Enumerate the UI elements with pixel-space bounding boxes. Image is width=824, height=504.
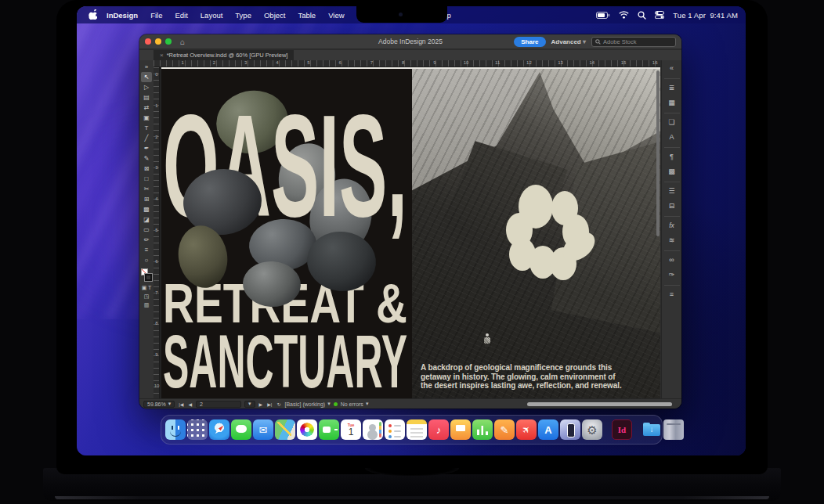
document-canvas[interactable]: OASIS, RETREAT & SANCTUARY <box>160 67 660 398</box>
text-wrap-panel-icon[interactable]: ≡ <box>664 285 680 301</box>
stroke-panel-icon[interactable]: ✑ <box>664 268 680 281</box>
dock-messages-icon[interactable] <box>231 419 251 440</box>
dock-keynote-icon[interactable] <box>450 419 471 440</box>
adobe-stock-search[interactable]: Adobe Stock <box>591 37 676 47</box>
dock-settings-icon[interactable]: ⚙ <box>582 419 602 440</box>
dock-safari-icon[interactable] <box>209 419 229 440</box>
vruler-tick-5: 5 <box>154 228 160 232</box>
menu-indesign[interactable]: InDesign <box>100 11 144 20</box>
dock-calendar-icon[interactable]: Tue1 <box>341 419 361 440</box>
dock-iphone-icon[interactable] <box>560 419 580 440</box>
document-tab[interactable]: × *Retreat Overview.indd @ 60% [GPU Prev… <box>154 50 294 60</box>
stroke-swatch[interactable] <box>145 274 152 281</box>
eyedropper-tool-icon[interactable]: ✏ <box>141 235 152 245</box>
dock-launchpad-icon[interactable] <box>187 419 208 440</box>
zoom-window-button[interactable] <box>165 38 172 45</box>
character-panel-icon[interactable]: A <box>664 131 680 143</box>
previous-page-button[interactable]: ◀ <box>187 401 193 407</box>
battery-icon[interactable] <box>596 12 610 19</box>
window-titlebar[interactable]: ⌂ Adobe InDesign 2025 Share Advanced ▾ A… <box>139 34 681 49</box>
vertical-scrollbar[interactable] <box>656 70 660 236</box>
dock-appstore-icon[interactable]: A <box>538 419 558 440</box>
screen-mode-icon[interactable]: ▥ <box>141 301 152 309</box>
dock-numbers-icon[interactable] <box>472 419 493 440</box>
dock-photos-icon[interactable] <box>297 419 317 440</box>
menu-view[interactable]: View <box>322 11 350 20</box>
minimize-window-button[interactable] <box>155 38 161 45</box>
menu-edit[interactable]: Edit <box>168 11 193 20</box>
layers-panel-icon[interactable]: ≋ <box>664 234 680 247</box>
hand-tool-icon[interactable]: ≡ <box>141 245 152 255</box>
fill-stroke-swatches[interactable] <box>141 268 152 281</box>
preflight-profile[interactable]: [Basic] (working) ▾ <box>284 401 330 407</box>
pencil-tool-icon[interactable]: ✎ <box>141 153 152 164</box>
collapse-tools-icon[interactable]: » <box>141 62 152 72</box>
close-window-button[interactable] <box>145 38 151 45</box>
last-page-button[interactable]: ▶| <box>266 401 273 407</box>
rotate-spread-icon[interactable]: ↻ <box>276 401 281 407</box>
effects-panel-icon[interactable]: fx <box>664 216 680 232</box>
note-tool-icon[interactable]: ▭ <box>141 225 152 235</box>
menu-object[interactable]: Object <box>258 11 291 20</box>
collapse-panels-icon[interactable]: « <box>664 62 680 74</box>
home-icon[interactable]: ⌂ <box>180 38 185 46</box>
paragraph-styles-panel-icon[interactable]: ¶ <box>664 147 680 163</box>
dock-mail-icon[interactable]: ✉ <box>253 419 273 440</box>
properties-panel-icon[interactable]: ≣ <box>664 78 680 94</box>
swatches-panel-icon[interactable]: ▩ <box>664 165 680 178</box>
search-icon[interactable] <box>638 11 646 20</box>
dock-music-icon[interactable]: ♪ <box>428 419 449 440</box>
rectangle-tool-icon[interactable]: □ <box>141 174 152 184</box>
menu-bar-clock[interactable]: Tue 1 Apr 9:41 AM <box>673 11 738 20</box>
dock-pages-icon[interactable]: ✎ <box>494 419 515 440</box>
menu-type[interactable]: Type <box>229 11 258 20</box>
gap-tool-icon[interactable]: ⇄ <box>141 103 152 113</box>
share-button[interactable]: Share <box>514 37 545 47</box>
paragraph-panel-icon[interactable]: ☰ <box>664 182 680 197</box>
gradient-tool-icon[interactable]: ▩ <box>141 204 152 214</box>
dock-indesign-icon[interactable]: Id <box>612 419 632 440</box>
formatting-container-icon[interactable]: ▣ T <box>141 283 152 292</box>
page-tool-icon[interactable]: ▤ <box>141 92 152 103</box>
dock-rocket-icon[interactable]: ✈ <box>516 419 537 440</box>
menu-table[interactable]: Table <box>291 11 322 20</box>
dock-finder-icon[interactable] <box>165 419 186 440</box>
dock-maps-icon[interactable] <box>275 419 295 440</box>
menu-layout[interactable]: Layout <box>194 11 229 20</box>
control-center-icon[interactable] <box>655 11 664 19</box>
align-panel-icon[interactable]: ⊟ <box>664 200 680 212</box>
links-panel-icon[interactable]: ∞ <box>664 250 680 266</box>
close-tab-icon[interactable]: × <box>160 52 164 59</box>
dock-contacts-icon[interactable] <box>363 419 383 440</box>
line-tool-icon[interactable]: ╱ <box>141 133 152 143</box>
pages-panel-icon[interactable]: ❏ <box>664 113 680 128</box>
menu-file[interactable]: File <box>144 11 168 20</box>
scissors-tool-icon[interactable]: ✂ <box>141 184 152 194</box>
zoom-level-control[interactable]: 59.86% ▾ <box>143 401 175 408</box>
first-page-button[interactable]: |◀ <box>178 401 184 407</box>
workspace-switcher[interactable]: Advanced ▾ <box>551 38 586 45</box>
wifi-icon[interactable] <box>619 11 629 19</box>
gradient-feather-tool-icon[interactable]: ◪ <box>141 214 152 225</box>
next-page-button[interactable]: ▶ <box>258 401 264 407</box>
dock-downloads-icon[interactable]: ↓ <box>641 419 662 440</box>
page-number-field[interactable]: 2 <box>196 401 241 408</box>
content-collector-tool-icon[interactable]: ▣ <box>141 113 152 123</box>
dock-facetime-icon[interactable] <box>319 419 339 440</box>
selection-tool-icon[interactable]: ↖ <box>141 72 152 82</box>
frame-tool-icon[interactable]: ⊠ <box>141 164 152 174</box>
zoom-tool-icon[interactable]: ○ <box>141 255 152 265</box>
horizontal-scrollbar[interactable] <box>527 402 672 406</box>
dock-notes-icon[interactable] <box>407 419 427 440</box>
dock-reminders-icon[interactable] <box>385 419 405 440</box>
preflight-errors[interactable]: No errors ▾ <box>341 401 369 407</box>
page-menu[interactable]: ▾ <box>244 401 255 408</box>
apple-menu[interactable] <box>85 9 100 21</box>
cc-libraries-panel-icon[interactable]: ▦ <box>664 96 680 109</box>
dock-trash-icon[interactable] <box>663 419 684 440</box>
default-fill-stroke-icon[interactable]: ◳ <box>141 292 152 301</box>
type-tool-icon[interactable]: T <box>141 123 152 133</box>
direct-selection-tool-icon[interactable]: ▷ <box>141 82 152 92</box>
free-transform-tool-icon[interactable]: ⊞ <box>141 194 152 204</box>
pen-tool-icon[interactable]: ✒ <box>141 143 152 153</box>
